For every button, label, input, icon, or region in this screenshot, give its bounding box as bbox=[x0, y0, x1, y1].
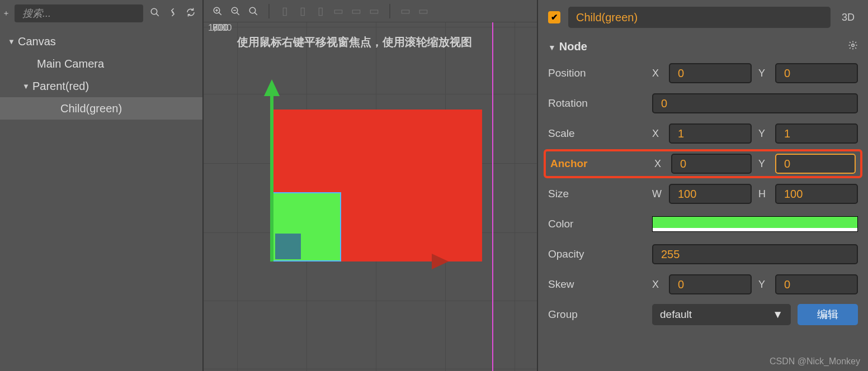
mode-3d-button[interactable]: 3D bbox=[838, 12, 858, 23]
watermark: CSDN @Nick_Monkey bbox=[770, 356, 860, 367]
svg-point-9 bbox=[249, 7, 256, 13]
scene-toolbar: ▯ ▯ ▯ ▭ ▭ ▭ ▭ ▭ bbox=[204, 0, 537, 22]
skew-y-input[interactable]: 0 bbox=[775, 274, 858, 294]
prop-group: Group default ▼ 编辑 bbox=[544, 300, 862, 329]
add-node-icon[interactable]: ＋ bbox=[2, 8, 9, 18]
align-left-icon[interactable]: ▭ bbox=[330, 3, 347, 20]
node-name-input[interactable]: Child(green) bbox=[568, 7, 831, 28]
search-icon[interactable] bbox=[149, 7, 161, 20]
size-h-input[interactable]: 100 bbox=[775, 184, 858, 204]
refresh-icon[interactable] bbox=[185, 7, 197, 20]
guide-line bbox=[492, 22, 493, 371]
gizmo-x-arrow-icon[interactable] bbox=[432, 254, 449, 269]
prop-color: Color bbox=[544, 210, 862, 239]
chevron-down-icon[interactable]: ▼ bbox=[8, 37, 18, 46]
distribute-v-icon[interactable]: ▭ bbox=[415, 3, 432, 20]
separator bbox=[389, 4, 390, 18]
chevron-down-icon[interactable]: ▼ bbox=[22, 82, 32, 91]
svg-line-3 bbox=[219, 12, 221, 15]
scene-canvas[interactable]: 1,000 900 800 700 600 500 使用鼠标右键平移视窗焦点，使… bbox=[204, 22, 537, 371]
scale-x-input[interactable]: 1 bbox=[669, 123, 752, 144]
hierarchy-toolbar: ＋ 搜索... bbox=[0, 0, 202, 27]
position-y-input[interactable]: 0 bbox=[775, 63, 858, 83]
svg-point-11 bbox=[852, 44, 855, 47]
align-hcenter-icon[interactable]: ▭ bbox=[348, 3, 365, 20]
group-edit-button[interactable]: 编辑 bbox=[798, 304, 858, 325]
anchor-x-input[interactable]: 0 bbox=[671, 154, 752, 174]
tree-node-canvas[interactable]: ▼ Canvas bbox=[0, 30, 202, 53]
prop-skew: Skew X 0 Y 0 bbox=[544, 270, 862, 299]
scale-y-input[interactable]: 1 bbox=[775, 123, 858, 144]
svg-line-1 bbox=[156, 13, 159, 16]
prop-size: Size W 100 H 100 bbox=[544, 179, 862, 208]
gear-icon[interactable] bbox=[848, 40, 858, 53]
align-top-icon[interactable]: ▯ bbox=[276, 3, 293, 20]
rotation-input[interactable]: 0 bbox=[652, 93, 858, 113]
prop-anchor: Anchor X 0 Y 0 bbox=[544, 149, 862, 178]
skew-x-input[interactable]: 0 bbox=[669, 274, 752, 294]
prop-opacity: Opacity 255 bbox=[544, 240, 862, 269]
zoom-out-icon[interactable] bbox=[227, 3, 244, 20]
prop-scale: Scale X 1 Y 1 bbox=[544, 119, 862, 148]
anchor-y-input[interactable]: 0 bbox=[775, 154, 856, 174]
node-active-checkbox[interactable]: ✔ bbox=[548, 11, 560, 23]
align-right-icon[interactable]: ▭ bbox=[366, 3, 383, 20]
search-input[interactable]: 搜索... bbox=[15, 4, 143, 22]
inspector-panel: ✔ Child(green) 3D ▼Node Position X 0 Y 0 bbox=[538, 0, 868, 371]
svg-line-7 bbox=[237, 12, 239, 15]
chevron-down-icon: ▼ bbox=[772, 308, 783, 321]
gizmo-y-arrow-icon[interactable] bbox=[264, 79, 280, 96]
svg-line-10 bbox=[254, 12, 257, 15]
separator bbox=[268, 4, 270, 18]
align-bottom-icon[interactable]: ▯ bbox=[312, 3, 329, 20]
distribute-h-icon[interactable]: ▭ bbox=[397, 3, 414, 20]
ruler-label: 500 bbox=[213, 22, 228, 34]
prop-position: Position X 0 Y 0 bbox=[544, 59, 862, 88]
color-swatch[interactable] bbox=[652, 216, 858, 232]
collapse-icon[interactable] bbox=[167, 7, 179, 20]
gizmo-y-axis[interactable] bbox=[270, 94, 273, 261]
tree-label: Main Camera bbox=[37, 58, 104, 70]
position-x-input[interactable]: 0 bbox=[669, 63, 752, 83]
tree-label: Canvas bbox=[18, 35, 56, 48]
tree-label: Parent(red) bbox=[32, 80, 89, 93]
tree-node-main-camera[interactable]: Main Camera bbox=[0, 53, 202, 75]
section-title: ▼Node bbox=[548, 40, 587, 53]
scene-hint: 使用鼠标右键平移视窗焦点，使用滚轮缩放视图 bbox=[237, 35, 472, 50]
opacity-input[interactable]: 255 bbox=[652, 244, 858, 264]
zoom-reset-icon[interactable] bbox=[245, 3, 262, 20]
size-w-input[interactable]: 100 bbox=[669, 184, 752, 204]
prop-rotation: Rotation 0 bbox=[544, 89, 862, 118]
node-tree: ▼ Canvas Main Camera ▼ Parent(red) Child… bbox=[0, 27, 202, 123]
scene-panel: ▯ ▯ ▯ ▭ ▭ ▭ ▭ ▭ 1,000 900 800 bbox=[204, 0, 538, 371]
align-vcenter-icon[interactable]: ▯ bbox=[294, 3, 311, 20]
group-select[interactable]: default ▼ bbox=[652, 304, 791, 325]
hierarchy-panel: ＋ 搜索... ▼ Canvas Main Camera ▼ bbox=[0, 0, 204, 371]
anchor-indicator[interactable] bbox=[275, 234, 301, 259]
svg-point-0 bbox=[151, 8, 157, 15]
tree-label: Child(green) bbox=[60, 102, 122, 115]
tree-node-child[interactable]: Child(green) bbox=[0, 97, 202, 120]
tree-node-parent[interactable]: ▼ Parent(red) bbox=[0, 75, 202, 97]
zoom-in-icon[interactable] bbox=[209, 3, 226, 20]
